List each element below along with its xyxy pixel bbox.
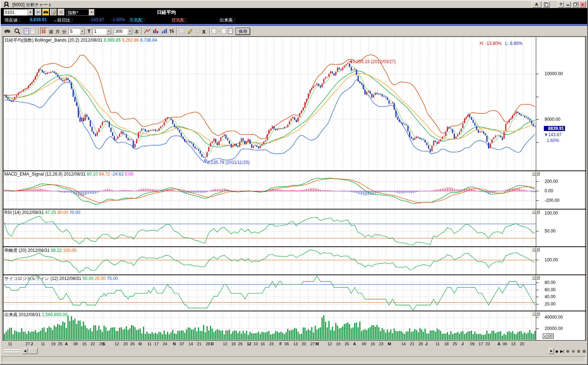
bar-count-value: 300 bbox=[115, 29, 123, 34]
quote-field: 出来高 : bbox=[220, 17, 235, 23]
minimize-button[interactable] bbox=[565, 1, 571, 8]
clear-button[interactable]: ⊘ bbox=[58, 9, 65, 16]
symbol-name: 日経平均 bbox=[157, 9, 176, 16]
binoculars-icon bbox=[43, 10, 49, 15]
help-button[interactable]: ? bbox=[558, 1, 564, 8]
app-logo-icon bbox=[3, 1, 9, 8]
enter-icon: ↵ bbox=[36, 10, 40, 14]
volume-chart-button[interactable] bbox=[161, 28, 169, 35]
copy-window-button[interactable] bbox=[543, 1, 550, 8]
panel-close-button[interactable]: x bbox=[536, 312, 540, 316]
code-dropdown-button[interactable]: ▼ bbox=[28, 9, 33, 16]
zoom-out-button[interactable]: ⊖ bbox=[570, 348, 576, 354]
search-button[interactable] bbox=[42, 9, 49, 16]
grid-icon bbox=[179, 28, 185, 34]
zoom-in-button[interactable]: ⊕ bbox=[565, 348, 570, 354]
up-down-arrows-icon bbox=[169, 28, 175, 34]
close-button[interactable]: x bbox=[579, 1, 586, 8]
notepad-icon bbox=[51, 9, 56, 15]
dropdown-arrow-icon[interactable]: ▼ bbox=[127, 28, 132, 34]
panel-minimize-button[interactable]: - bbox=[532, 312, 536, 316]
restore-button[interactable] bbox=[572, 1, 579, 8]
save-button[interactable]: 保存 bbox=[236, 28, 250, 35]
period-minute-button[interactable]: 分 bbox=[62, 29, 66, 35]
page-gray-icon bbox=[212, 28, 218, 35]
layout-dropdown-button[interactable]: ▼ bbox=[212, 28, 219, 35]
draw-tool-button[interactable] bbox=[187, 28, 194, 35]
save-page-button[interactable] bbox=[228, 28, 235, 35]
dropdown-arrow-icon[interactable]: ▼ bbox=[80, 28, 85, 34]
period-week-button[interactable]: 週 bbox=[49, 29, 53, 35]
bars-red-blue-icon bbox=[152, 28, 159, 34]
trendline-icon bbox=[144, 28, 151, 34]
quote-field: →前日比 : bbox=[53, 17, 73, 23]
tick-interval-value: 5 bbox=[70, 29, 73, 34]
symbol-code-input[interactable] bbox=[4, 9, 28, 16]
category-dropdown-button[interactable]: ▼ bbox=[89, 9, 94, 16]
period-day-button[interactable]: 日 bbox=[40, 28, 47, 35]
sort-arrows-button[interactable] bbox=[169, 28, 176, 35]
separator bbox=[209, 27, 211, 35]
quote-field: 8,839.91 bbox=[30, 17, 47, 22]
bar-count-select[interactable]: 300 ▼ bbox=[114, 28, 133, 35]
scroll-right-button[interactable]: ▶ bbox=[549, 348, 554, 354]
quote-bar: ▼ ↵ ⊘ 指数* ▼ 日経平均 現在値 :8,839.91→前日比 :-143… bbox=[1, 8, 587, 24]
panel-minimize-button[interactable]: - bbox=[532, 247, 536, 251]
dropdown-arrow-icon[interactable]: ▼ bbox=[106, 28, 111, 34]
panel-minimize-button[interactable]: - bbox=[532, 210, 536, 214]
panel-close-button[interactable]: x bbox=[536, 276, 540, 280]
copy-chart-button[interactable] bbox=[23, 28, 31, 35]
grid-window-button[interactable]: ⊞ bbox=[576, 348, 581, 354]
close-icon: x bbox=[581, 2, 584, 7]
paste-chart-button[interactable] bbox=[30, 28, 37, 35]
splitter-grip[interactable] bbox=[4, 349, 20, 354]
panel-minimize-button[interactable]: - bbox=[532, 276, 536, 280]
bars-unit-label: 本 bbox=[135, 29, 139, 35]
separator bbox=[142, 27, 143, 35]
candle-chart-button[interactable] bbox=[152, 28, 160, 35]
tick-interval-select[interactable]: 5 ▼ bbox=[69, 28, 85, 35]
page-gray-icon bbox=[30, 28, 36, 35]
eraser-tool-button[interactable] bbox=[195, 28, 202, 35]
scroll-end-button[interactable]: ▶| bbox=[560, 348, 565, 354]
scroll-left-button[interactable]: ◀ bbox=[22, 348, 28, 354]
enter-button[interactable]: ↵ bbox=[35, 9, 42, 16]
panel-close-button[interactable]: x bbox=[536, 172, 540, 176]
edit-memo-button[interactable] bbox=[50, 9, 57, 16]
page-gray-icon bbox=[221, 28, 227, 35]
delete-drawing-button[interactable]: X bbox=[202, 28, 209, 36]
separator bbox=[177, 27, 178, 35]
panel-close-button[interactable]: x bbox=[536, 247, 540, 251]
zoom-button[interactable] bbox=[14, 28, 21, 35]
pencil-icon bbox=[187, 28, 193, 34]
binoculars-icon bbox=[4, 28, 11, 34]
period-month-button[interactable]: 月 bbox=[55, 29, 60, 35]
status-bar bbox=[1, 355, 587, 364]
page-icon bbox=[228, 28, 234, 35]
new-page-button[interactable] bbox=[221, 28, 228, 35]
trendline-tool-button[interactable] bbox=[144, 28, 151, 35]
quote-field: 売気配 : bbox=[129, 17, 145, 23]
category-select[interactable]: 指数* bbox=[66, 9, 89, 16]
price-chart-canvas[interactable] bbox=[1, 36, 588, 347]
font-button[interactable]: A bbox=[532, 1, 541, 8]
panel-minimize-button[interactable]: - bbox=[532, 172, 536, 176]
minimize-icon bbox=[566, 5, 569, 5]
grid-tool-button[interactable] bbox=[179, 28, 186, 35]
separator bbox=[38, 27, 40, 35]
close-pane-button[interactable]: ⊠ bbox=[581, 348, 587, 354]
compare-select[interactable]: 1 ▼ bbox=[93, 28, 112, 35]
search-chart-button[interactable] bbox=[4, 28, 11, 35]
chart-hscrollbar: ◀ ▶◆▶|⊕⊖⊞⊠ bbox=[1, 347, 587, 355]
quote-field: -1.60% bbox=[111, 17, 125, 22]
eraser-icon bbox=[195, 28, 201, 34]
pages-icon bbox=[544, 2, 549, 7]
quote-field: -143.87 bbox=[89, 17, 104, 22]
scrollbar-thumb[interactable] bbox=[29, 348, 38, 354]
panel-close-button[interactable]: x bbox=[536, 210, 540, 214]
chart-area: 10000.009000.00200.000.00-200.00100.0050… bbox=[1, 36, 587, 347]
compare-value: 1 bbox=[94, 29, 97, 34]
marker-diamond-button[interactable]: ◆ bbox=[554, 348, 560, 354]
t-label: T bbox=[88, 28, 90, 34]
x-icon: X bbox=[202, 29, 205, 35]
